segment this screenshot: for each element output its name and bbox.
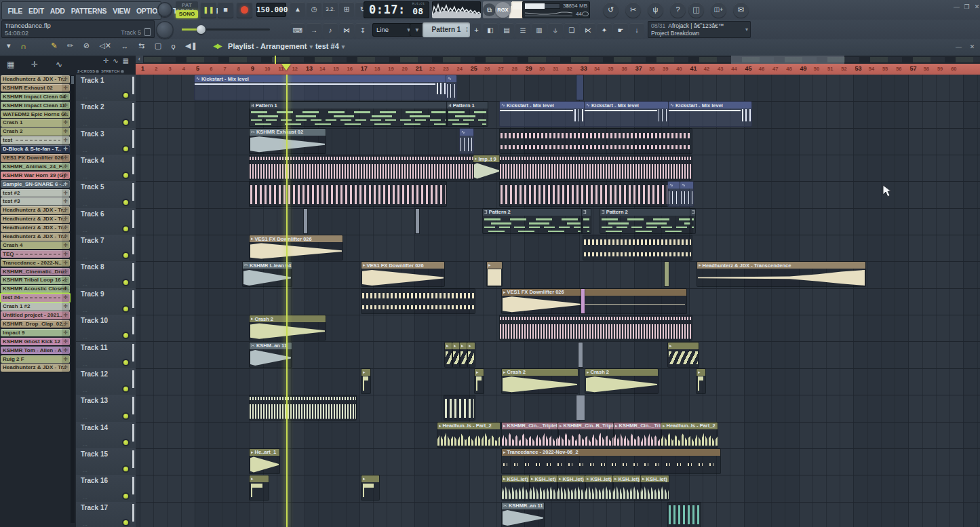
track-lane[interactable]: ▸Headhun..ls - Part_2▸KSHMR_Cin.._Triple… (136, 422, 980, 449)
track-lane[interactable]: ▸Imp..t 9 (136, 155, 980, 182)
delete-tool-icon[interactable]: ⊘ (83, 41, 90, 50)
menu-edit[interactable]: EDIT (26, 7, 47, 15)
track-lane[interactable]: ∿Kickstart - Mix level∿ (136, 75, 980, 102)
track-lane[interactable]: ✂KSHMR I..lean 04▸VES1 FX Downlifter 026… (136, 261, 980, 288)
main-volume-knob[interactable] (157, 2, 172, 17)
track-enable-led[interactable] (123, 280, 128, 285)
track-lane[interactable]: ▸Crash 2 (136, 315, 980, 342)
clip[interactable]: ∿Kickstart - Mix level (195, 75, 446, 100)
draw-tool-icon[interactable]: ✎ (51, 41, 57, 50)
link-controllers-button[interactable]: ⋈ (339, 23, 354, 38)
track-enable-led[interactable] (123, 333, 128, 338)
audio-tab-icon[interactable]: ✛ (103, 57, 113, 64)
history-button[interactable]: ↺ (603, 2, 619, 18)
tempo-display[interactable]: 150.000 (256, 3, 286, 17)
track-lane[interactable]: ✂KSHMR Exhaust 02∿ (136, 128, 980, 155)
playback-tool-icon[interactable]: ◀❚ (185, 41, 197, 50)
scroll-left-icon[interactable]: ‹ (136, 56, 143, 63)
restore-button[interactable]: ❐ (963, 3, 971, 10)
sample-item[interactable]: KSHMR Tribal Loop 16 -..✛ (1, 276, 70, 284)
select-tool-icon[interactable]: ▢ (155, 41, 161, 50)
clip[interactable]: ▸Imp..t 9 (473, 155, 500, 180)
cpu-panel[interactable]: 38 1854 MB 44 (522, 1, 590, 18)
clip[interactable]: ✂KSHMR I..lean 04 (243, 262, 292, 286)
track-lane[interactable]: ▸▸▸KSH..let)▸KSH..let)▸KSH..let)▸KSH..le… (136, 475, 980, 502)
clip[interactable] (668, 503, 701, 527)
track-options[interactable]: ... (83, 121, 87, 127)
clip[interactable] (576, 395, 585, 420)
slip-tool-icon[interactable]: ↔ (121, 42, 129, 50)
sample-item[interactable]: test✛ (1, 136, 70, 144)
clip[interactable]: ▸Headhun..ls - Part_2 (437, 423, 500, 447)
playlist-close-icon[interactable]: ✕ (968, 43, 976, 50)
clip[interactable] (500, 182, 668, 206)
track-header[interactable]: Track 11... (76, 342, 136, 369)
clip[interactable] (581, 289, 585, 313)
clip[interactable] (444, 395, 475, 420)
countdown-button[interactable]: 3.2. (323, 2, 338, 17)
clip[interactable]: ▸KSHMR_Cin.._Trip (614, 423, 661, 447)
sample-item[interactable]: Sample_SN-SNARE 6 -..✛ (1, 180, 70, 189)
track-lane[interactable]: ƎPattern 2ƎƎPattern 2Ǝ (136, 208, 980, 235)
clip[interactable] (665, 262, 669, 286)
sample-item[interactable]: KSHMR_Cinematic_Dru..✛ (1, 268, 70, 276)
clip[interactable]: ▸ (467, 343, 475, 367)
track-enable-led[interactable] (123, 173, 128, 178)
track-header[interactable]: Track 13... (76, 395, 136, 422)
track-enable-led[interactable] (123, 387, 128, 391)
zoom-tool-icon[interactable]: ϙ (171, 42, 175, 50)
clip[interactable]: ∿ (680, 182, 693, 206)
clip[interactable]: ▸KSH..let) (557, 475, 585, 500)
clip[interactable] (361, 289, 475, 313)
sample-item[interactable]: Crash 1 #2✛ (1, 302, 70, 311)
clip[interactable]: ✂KSHMR Exhaust 02 (250, 129, 326, 153)
track-lane[interactable]: ▸VES1 FX Downlifter 026 (136, 235, 980, 262)
track-header[interactable]: Track 15... (76, 448, 136, 475)
minimize-button[interactable]: — (953, 3, 960, 10)
piano-view-icon[interactable]: ▦ (7, 60, 14, 69)
mute-tool-icon[interactable]: ◁✕ (99, 41, 111, 50)
track-enable-led[interactable] (123, 253, 128, 258)
track-enable-led[interactable] (123, 360, 128, 365)
menu-view[interactable]: VIEW (110, 7, 134, 15)
clip[interactable] (250, 182, 446, 206)
clip[interactable]: ▸KSHMR_Cin.._Triplet (502, 423, 558, 447)
playlist-title[interactable]: Playlist - Arrangement▾test #4▾ (228, 42, 347, 50)
clip[interactable]: ▸Trancedance - 2022-Nov-06_2 (502, 449, 720, 473)
track-enable-led[interactable] (123, 200, 128, 205)
sample-item[interactable]: KSHMR_Drop_Clap_02..✛ (1, 320, 70, 328)
audio-view-icon[interactable]: ✛ (31, 60, 38, 69)
track-options[interactable]: ... (83, 281, 87, 287)
clip[interactable]: ▸VES1 FX Downlifter 026 (361, 262, 444, 286)
oscilloscope[interactable] (432, 1, 481, 18)
time-display[interactable]: 0:17: 08 M:S:CS (364, 1, 429, 18)
clip[interactable] (416, 209, 419, 233)
track-options[interactable]: ... (83, 254, 87, 260)
sample-item[interactable]: Headhunterz & JDX - Tr..✛ (1, 224, 70, 232)
clip[interactable] (576, 75, 583, 100)
clip[interactable]: ▸Crash 2 (502, 369, 578, 393)
pattern-selector[interactable]: Pattern 1⁞ (423, 22, 470, 37)
autoscroll-button[interactable]: → (307, 23, 321, 38)
track-lane[interactable]: ✂KSHMR..an 11 (136, 502, 980, 527)
sample-item[interactable]: test #4✛ (1, 294, 70, 302)
track-enable-led[interactable] (123, 147, 128, 151)
clip[interactable]: ∿ (668, 182, 680, 206)
track-options[interactable]: ... (83, 387, 87, 393)
track-options[interactable]: ... (83, 174, 87, 180)
stretch-knob[interactable] (121, 70, 124, 73)
plugin-picker-button[interactable]: ⋉ (581, 23, 595, 38)
wait-for-input-button[interactable]: ◷ (307, 2, 321, 17)
clip[interactable]: ▸KSH..let) (641, 475, 669, 500)
clip[interactable]: ✂KSHMR..an 11 (502, 503, 544, 527)
track-header[interactable]: Track 9... (76, 288, 136, 315)
track-header[interactable]: Track 17... (76, 502, 136, 527)
track-enable-led[interactable] (123, 494, 128, 499)
sample-item[interactable]: KSHMR Exhaust 02✛ (1, 84, 70, 92)
options-caret-icon[interactable]: ▾ (7, 41, 11, 50)
sample-item[interactable]: KSHMR Acoustic Closed..✛ (1, 285, 70, 293)
track-lane[interactable]: ▸▸▸Crash 2▸Crash 2▸ (136, 368, 980, 395)
midi-button[interactable]: ♪ (323, 23, 338, 38)
clip[interactable]: ƎPattern 2 (483, 209, 582, 233)
detach-icon[interactable]: ⧉ (483, 3, 496, 16)
